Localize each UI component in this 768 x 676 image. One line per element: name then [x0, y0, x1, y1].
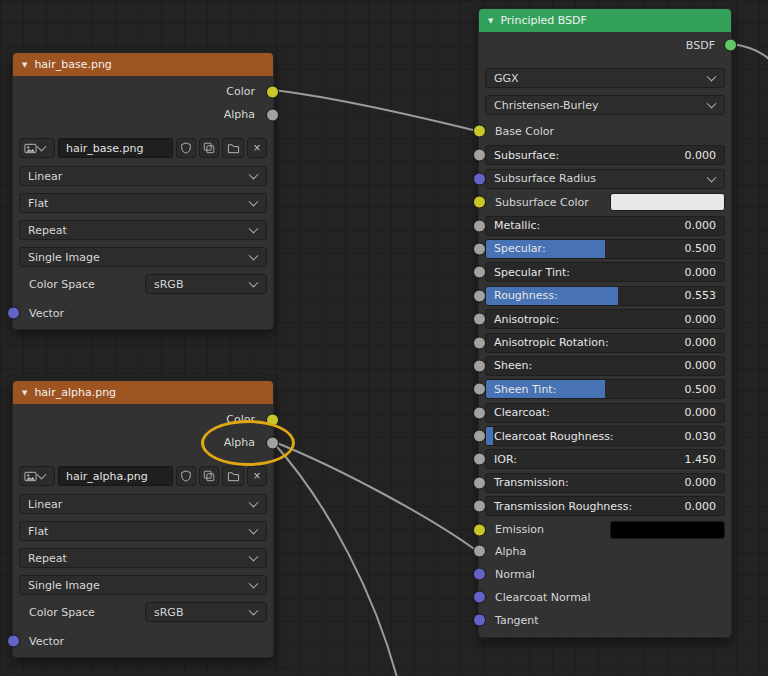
- projection-dropdown[interactable]: Flat: [19, 193, 267, 213]
- interpolation-value: Linear: [28, 498, 62, 511]
- clearcoat-roughness-field[interactable]: Clearcoat Roughness: 0.030: [485, 426, 725, 446]
- roughness-field[interactable]: Roughness: 0.553: [485, 286, 725, 306]
- subsurface-color-label: Subsurface Color: [495, 196, 589, 209]
- bsdf-output-socket[interactable]: [724, 39, 737, 52]
- subsurface-socket[interactable]: [473, 149, 486, 162]
- interpolation-dropdown[interactable]: Linear: [19, 494, 267, 514]
- chevron-down-icon: [249, 552, 259, 562]
- emission-swatch[interactable]: [610, 521, 725, 539]
- anisotropic-rotation-field[interactable]: Anisotropic Rotation: 0.000: [485, 333, 725, 353]
- chevron-down-icon: [37, 470, 47, 480]
- specular-tint-field[interactable]: Specular Tint: 0.000: [485, 262, 725, 282]
- transmission-field[interactable]: Transmission: 0.000: [485, 473, 725, 493]
- emission-socket[interactable]: [473, 523, 486, 536]
- node-hair-base[interactable]: ▼ hair_base.png Color Alpha hair_base.pn…: [12, 52, 274, 330]
- image-browse-button[interactable]: [19, 138, 55, 158]
- hair-alpha-colorspace-row: Color Space sRGB: [19, 602, 267, 622]
- bsdf-output-label: BSDF: [686, 39, 715, 52]
- hair-base-header[interactable]: ▼ hair_base.png: [13, 53, 273, 76]
- colorspace-dropdown[interactable]: sRGB: [145, 274, 267, 294]
- emission-label: Emission: [495, 523, 544, 536]
- specular-field[interactable]: Specular: 0.500: [485, 239, 725, 259]
- metallic-field[interactable]: Metallic: 0.000: [485, 216, 725, 236]
- hair-alpha-image-row: hair_alpha.png ×: [19, 465, 267, 487]
- ior-socket[interactable]: [473, 453, 486, 466]
- anisotropic-field[interactable]: Anisotropic: 0.000: [485, 309, 725, 329]
- source-dropdown[interactable]: Single Image: [19, 575, 267, 595]
- image-name-field[interactable]: hair_alpha.png: [58, 466, 173, 486]
- transmission-roughness-field[interactable]: Transmission Roughness: 0.000: [485, 496, 725, 516]
- extension-dropdown[interactable]: Repeat: [19, 548, 267, 568]
- projection-dropdown[interactable]: Flat: [19, 521, 267, 541]
- subsurface-color-swatch[interactable]: [610, 193, 725, 211]
- extension-dropdown[interactable]: Repeat: [19, 220, 267, 240]
- transmission-socket[interactable]: [473, 476, 486, 489]
- unlink-image-button[interactable]: ×: [247, 138, 267, 158]
- tangent-input-socket[interactable]: [473, 614, 486, 627]
- vector-input-socket[interactable]: [7, 307, 20, 320]
- vector-input-socket[interactable]: [7, 635, 20, 648]
- color-output-socket[interactable]: [266, 85, 279, 98]
- subsurface-color-socket[interactable]: [473, 196, 486, 209]
- sheen-tint-field[interactable]: Sheen Tint: 0.500: [485, 379, 725, 399]
- node-principled-bsdf[interactable]: ▼ Principled BSDF BSDF GGX Christensen-B…: [478, 8, 732, 638]
- image-icon: [24, 470, 37, 483]
- source-value: Single Image: [28, 579, 100, 592]
- alpha-output-label: Alpha: [224, 108, 255, 121]
- hair-alpha-projection-row: Flat: [19, 521, 267, 541]
- roughness-socket[interactable]: [473, 289, 486, 302]
- subsurface-radius-dropdown[interactable]: Subsurface Radius: [485, 169, 725, 189]
- distribution-dropdown[interactable]: GGX: [485, 68, 725, 88]
- specular-socket[interactable]: [473, 242, 486, 255]
- chevron-down-icon: [249, 579, 259, 589]
- image-icon: [24, 142, 37, 155]
- anisotropic-rotation-socket[interactable]: [473, 336, 486, 349]
- folder-icon: [227, 470, 240, 483]
- bsdf-header[interactable]: ▼ Principled BSDF: [479, 9, 731, 32]
- alpha-output-socket[interactable]: [266, 108, 279, 121]
- interpolation-dropdown[interactable]: Linear: [19, 166, 267, 186]
- hair-alpha-vector-input-row: Vector: [13, 630, 273, 652]
- clearcoat-roughness-socket[interactable]: [473, 430, 486, 443]
- anisotropic-row: Anisotropic: 0.000: [479, 309, 731, 329]
- image-browse-button[interactable]: [19, 466, 55, 486]
- source-dropdown[interactable]: Single Image: [19, 247, 267, 267]
- normal-input-socket[interactable]: [473, 568, 486, 581]
- fake-user-button[interactable]: [176, 138, 196, 158]
- collapse-icon[interactable]: ▼: [22, 389, 27, 397]
- anisotropic-socket[interactable]: [473, 313, 486, 326]
- normal-input-label: Normal: [495, 568, 535, 581]
- chevron-down-icon: [249, 251, 259, 261]
- metallic-socket[interactable]: [473, 219, 486, 232]
- transmission-row: Transmission: 0.000: [479, 473, 731, 493]
- chevron-down-icon: [249, 197, 259, 207]
- fake-user-button[interactable]: [176, 466, 196, 486]
- open-image-button[interactable]: [222, 466, 244, 486]
- colorspace-dropdown[interactable]: sRGB: [145, 602, 267, 622]
- unlink-image-button[interactable]: ×: [247, 466, 267, 486]
- sheen-socket[interactable]: [473, 359, 486, 372]
- clearcoat-socket[interactable]: [473, 406, 486, 419]
- clearcoat-normal-input-socket[interactable]: [473, 591, 486, 604]
- transmission-roughness-socket[interactable]: [473, 500, 486, 513]
- sheen-tint-socket[interactable]: [473, 383, 486, 396]
- new-image-button[interactable]: [199, 466, 219, 486]
- alpha-input-socket[interactable]: [473, 545, 486, 558]
- subsurface-field[interactable]: Subsurface: 0.000: [485, 145, 725, 165]
- ior-field[interactable]: IOR: 1.450: [485, 449, 725, 469]
- new-image-button[interactable]: [199, 138, 219, 158]
- extension-value: Repeat: [28, 552, 67, 565]
- subsurface-radius-socket[interactable]: [473, 172, 486, 185]
- hair-alpha-header[interactable]: ▼ hair_alpha.png: [13, 381, 273, 404]
- hair-alpha-interpolation-row: Linear: [19, 494, 267, 514]
- open-image-button[interactable]: [222, 138, 244, 158]
- collapse-icon[interactable]: ▼: [488, 17, 493, 25]
- node-editor-canvas[interactable]: ▼ hair_base.png Color Alpha hair_base.pn…: [0, 0, 768, 676]
- specular-tint-socket[interactable]: [473, 266, 486, 279]
- base-color-socket[interactable]: [473, 125, 486, 138]
- subsurface-method-dropdown[interactable]: Christensen-Burley: [485, 95, 725, 115]
- image-name-field[interactable]: hair_base.png: [58, 138, 173, 158]
- sheen-field[interactable]: Sheen: 0.000: [485, 356, 725, 376]
- clearcoat-field[interactable]: Clearcoat: 0.000: [485, 403, 725, 423]
- collapse-icon[interactable]: ▼: [22, 61, 27, 69]
